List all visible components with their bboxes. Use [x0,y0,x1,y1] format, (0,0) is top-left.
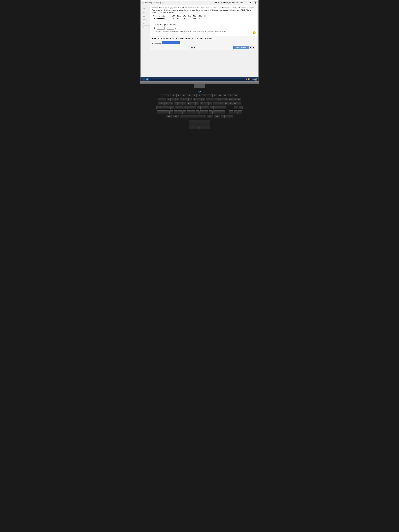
coefficient-input[interactable] [167,27,174,29]
key-up-arrow[interactable]: ↑ [229,110,233,114]
key-l[interactable]: L [201,106,205,110]
key-tilde[interactable]: ~ [158,98,162,101]
key-n[interactable]: N [191,110,195,114]
next-arrow[interactable]: ▶ [252,46,255,49]
key-ctrl-right[interactable]: Ctrl [214,115,220,118]
key-pause[interactable]: Paus [233,94,238,97]
taskbar-browser-icon[interactable]: ⬤ [146,78,149,81]
key-home[interactable]: Home [228,98,233,101]
touchpad-right-button[interactable] [200,127,210,129]
key-p[interactable]: P [204,102,208,105]
check-answer-button[interactable]: Check Answer [233,46,249,49]
key-comma[interactable]: , [200,110,204,114]
key-f3[interactable]: F3 [171,94,176,97]
key-prtsc[interactable]: PrtSc [223,94,228,97]
answer-input-bar[interactable] [162,41,180,44]
sidebar-item-ess[interactable]: ess [142,10,150,14]
key-5[interactable]: 5 [180,98,184,101]
key-bracket-close[interactable]: ] [213,102,217,105]
key-left-arrow[interactable]: ← [221,115,225,118]
key-z[interactable]: Z [169,110,173,114]
clear-all-button[interactable]: Clear All [188,46,197,49]
sidebar-item-tools[interactable]: ols [142,22,150,25]
key-w[interactable]: W [169,102,173,105]
key-f2[interactable]: F2 [166,94,171,97]
nav-next-icon[interactable]: ▶ [162,2,164,4]
key-2[interactable]: 2 [167,98,171,101]
key-ctrl-left[interactable]: Ctrl [166,115,172,118]
question-help-button[interactable]: ☰ Question Help [239,2,253,4]
key-0[interactable]: 0 [202,98,205,101]
key-g[interactable]: G [184,106,188,110]
key-h[interactable]: H [188,106,192,110]
key-caps[interactable]: Caps [157,106,166,110]
key-pgdn[interactable]: PgDn [233,102,237,105]
key-num5[interactable]: 5 [239,106,242,110]
key-num1[interactable]: 1 [234,110,238,114]
key-f11[interactable]: F11 [212,94,217,97]
key-9[interactable]: 9 [197,98,201,101]
key-equals[interactable]: = [210,98,214,101]
key-alt-left[interactable]: Alt [173,115,179,118]
key-num2[interactable]: 2 [238,110,242,114]
key-b[interactable]: B [187,110,191,114]
key-f12[interactable]: F12 [218,94,222,97]
coefficient-input-wrapper[interactable] [167,27,174,30]
key-f8[interactable]: F8 [197,94,202,97]
key-f9[interactable]: F9 [202,94,207,97]
key-space[interactable] [180,115,206,118]
key-f10[interactable]: F10 [207,94,212,97]
key-bracket-open[interactable]: [ [209,102,212,105]
key-u[interactable]: U [191,102,195,105]
key-tab[interactable]: Tab [158,102,165,105]
key-t[interactable]: T [182,102,186,105]
key-right-arrow[interactable]: → [229,115,233,118]
constant-input[interactable] [157,27,165,29]
key-m[interactable]: M [196,110,200,114]
key-minus[interactable]: - [206,98,210,101]
sidebar-item-ns[interactable]: ns [142,25,150,29]
key-num7[interactable]: 7 [237,102,241,105]
key-3[interactable]: 3 [171,98,175,101]
key-f1[interactable]: F1 [161,94,166,97]
key-e[interactable]: E [174,102,177,105]
key-semicolon[interactable]: ; [205,106,209,110]
key-pgup[interactable]: PgUp [233,98,237,101]
key-backslash[interactable]: \ [217,102,224,105]
start-button[interactable]: ⊞ [142,78,145,81]
sidebar-item-options[interactable]: ptions [142,18,150,22]
key-num4[interactable]: 4 [234,106,238,110]
key-period[interactable]: . [204,110,208,114]
key-f[interactable]: F [179,106,183,110]
key-y[interactable]: Y [187,102,191,105]
sidebar-item-nts[interactable]: nts [142,6,150,10]
key-8[interactable]: 8 [193,98,197,101]
key-r[interactable]: R [178,102,182,105]
key-quote[interactable]: ' [210,106,214,110]
key-4[interactable]: 4 [175,98,179,101]
settings-button[interactable]: ⚙ [254,1,257,4]
key-j[interactable]: J [192,106,196,110]
key-v[interactable]: V [183,110,186,114]
key-q[interactable]: Q [165,102,169,105]
touchpad-left-button[interactable] [189,127,200,129]
key-f6[interactable]: F6 [187,94,191,97]
table-clipboard-icon[interactable]: 📋 [203,15,207,17]
key-enter[interactable]: Enter [214,106,226,110]
key-insert[interactable]: Insert [224,98,228,101]
nav-prev-icon[interactable]: ◀ [142,2,144,4]
key-backspace[interactable]: ⌫ Bksp [215,98,224,101]
key-k[interactable]: K [196,106,201,110]
key-f4[interactable]: F4 [176,94,181,97]
key-1[interactable]: 1 [162,98,166,101]
prev-arrow[interactable]: ◀ [249,46,252,49]
key-end[interactable]: End [228,102,233,105]
key-d[interactable]: D [175,106,179,110]
key-down-arrow[interactable]: ↓ [225,115,229,118]
key-6[interactable]: 6 [184,98,188,101]
key-scroll[interactable]: Scrl [228,94,233,97]
key-a[interactable]: A [166,106,170,110]
key-7[interactable]: 7 [188,98,192,101]
key-alt-right[interactable]: Alt [207,115,213,118]
sidebar-item-library[interactable]: ibrary [142,14,150,18]
